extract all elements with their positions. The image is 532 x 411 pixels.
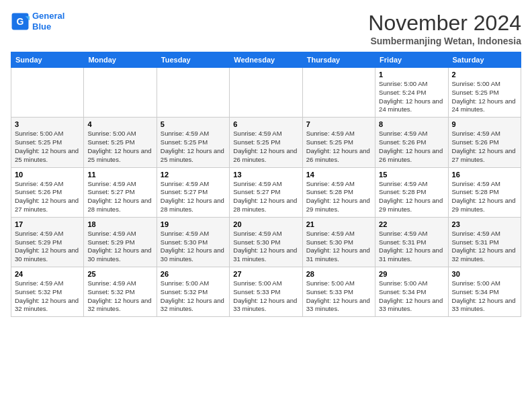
day-number: 8: [379, 120, 444, 128]
day-info: Sunrise: 4:59 AM Sunset: 5:27 PM Dayligh…: [161, 180, 226, 214]
day-header-tuesday: Tuesday: [157, 52, 229, 68]
calendar-cell: 11Sunrise: 4:59 AM Sunset: 5:27 PM Dayli…: [84, 167, 157, 217]
day-number: 1: [379, 71, 444, 79]
day-info: Sunrise: 4:59 AM Sunset: 5:32 PM Dayligh…: [15, 279, 80, 314]
day-info: Sunrise: 5:00 AM Sunset: 5:25 PM Dayligh…: [452, 80, 517, 114]
day-info: Sunrise: 5:00 AM Sunset: 5:34 PM Dayligh…: [379, 279, 444, 314]
calendar-week-1: 1Sunrise: 5:00 AM Sunset: 5:24 PM Daylig…: [11, 68, 521, 118]
day-info: Sunrise: 4:59 AM Sunset: 5:32 PM Dayligh…: [87, 279, 152, 314]
logo-text: General Blue: [32, 11, 64, 32]
day-info: Sunrise: 5:00 AM Sunset: 5:33 PM Dayligh…: [306, 279, 371, 314]
logo-line2: Blue: [32, 21, 51, 32]
logo-icon: G: [11, 12, 30, 31]
calendar-cell: 3Sunrise: 5:00 AM Sunset: 5:25 PM Daylig…: [11, 118, 84, 167]
day-info: Sunrise: 4:59 AM Sunset: 5:28 PM Dayligh…: [452, 180, 517, 214]
calendar-cell: 21Sunrise: 4:59 AM Sunset: 5:30 PM Dayli…: [302, 217, 375, 267]
calendar-cell: 27Sunrise: 5:00 AM Sunset: 5:33 PM Dayli…: [230, 267, 302, 317]
calendar-cell: 26Sunrise: 5:00 AM Sunset: 5:32 PM Dayli…: [157, 267, 229, 317]
calendar-week-2: 3Sunrise: 5:00 AM Sunset: 5:25 PM Daylig…: [11, 118, 521, 167]
day-info: Sunrise: 4:59 AM Sunset: 5:25 PM Dayligh…: [161, 130, 226, 164]
day-info: Sunrise: 5:00 AM Sunset: 5:24 PM Dayligh…: [379, 80, 444, 114]
page-header: G General Blue November 2024 Sumbermanji…: [11, 11, 521, 46]
calendar-cell: 14Sunrise: 4:59 AM Sunset: 5:28 PM Dayli…: [302, 167, 375, 217]
day-info: Sunrise: 4:59 AM Sunset: 5:26 PM Dayligh…: [452, 130, 517, 164]
day-info: Sunrise: 4:59 AM Sunset: 5:30 PM Dayligh…: [306, 230, 371, 264]
day-number: 28: [306, 270, 371, 278]
day-info: Sunrise: 4:59 AM Sunset: 5:26 PM Dayligh…: [379, 130, 444, 164]
logo: G General Blue: [11, 11, 64, 32]
calendar-header-row: SundayMondayTuesdayWednesdayThursdayFrid…: [11, 52, 521, 68]
day-number: 14: [306, 171, 371, 179]
calendar-week-4: 17Sunrise: 4:59 AM Sunset: 5:29 PM Dayli…: [11, 217, 521, 267]
calendar-cell: 5Sunrise: 4:59 AM Sunset: 5:25 PM Daylig…: [157, 118, 229, 167]
calendar-cell: 22Sunrise: 4:59 AM Sunset: 5:31 PM Dayli…: [375, 217, 448, 267]
calendar-cell: [84, 68, 157, 118]
day-number: 12: [161, 171, 226, 179]
day-number: 22: [379, 220, 444, 228]
day-number: 24: [15, 270, 80, 278]
calendar-cell: 15Sunrise: 4:59 AM Sunset: 5:28 PM Dayli…: [375, 167, 448, 217]
location: Sumbermanjing Wetan, Indonesia: [368, 36, 521, 46]
month-title: November 2024: [368, 11, 521, 36]
calendar-week-5: 24Sunrise: 4:59 AM Sunset: 5:32 PM Dayli…: [11, 267, 521, 317]
day-info: Sunrise: 4:59 AM Sunset: 5:27 PM Dayligh…: [87, 180, 152, 214]
day-number: 19: [161, 220, 226, 228]
day-info: Sunrise: 4:59 AM Sunset: 5:29 PM Dayligh…: [87, 230, 152, 264]
calendar-cell: [230, 68, 302, 118]
calendar-cell: 19Sunrise: 4:59 AM Sunset: 5:30 PM Dayli…: [157, 217, 229, 267]
day-info: Sunrise: 4:59 AM Sunset: 5:26 PM Dayligh…: [15, 180, 80, 214]
calendar-cell: 12Sunrise: 4:59 AM Sunset: 5:27 PM Dayli…: [157, 167, 229, 217]
day-number: 6: [233, 120, 298, 128]
day-info: Sunrise: 5:00 AM Sunset: 5:25 PM Dayligh…: [87, 130, 152, 164]
calendar-cell: 7Sunrise: 4:59 AM Sunset: 5:25 PM Daylig…: [302, 118, 375, 167]
calendar-cell: 16Sunrise: 4:59 AM Sunset: 5:28 PM Dayli…: [448, 167, 521, 217]
day-number: 27: [233, 270, 298, 278]
day-number: 16: [452, 171, 517, 179]
day-info: Sunrise: 4:59 AM Sunset: 5:29 PM Dayligh…: [15, 230, 80, 264]
day-header-thursday: Thursday: [302, 52, 375, 68]
calendar-cell: 8Sunrise: 4:59 AM Sunset: 5:26 PM Daylig…: [375, 118, 448, 167]
logo-line1: General: [32, 11, 64, 21]
day-header-wednesday: Wednesday: [230, 52, 302, 68]
day-number: 20: [233, 220, 298, 228]
day-info: Sunrise: 5:00 AM Sunset: 5:25 PM Dayligh…: [15, 130, 80, 164]
day-number: 13: [233, 171, 298, 179]
calendar-cell: 29Sunrise: 5:00 AM Sunset: 5:34 PM Dayli…: [375, 267, 448, 317]
day-number: 10: [15, 171, 80, 179]
calendar-table: SundayMondayTuesdayWednesdayThursdayFrid…: [11, 52, 521, 317]
calendar-cell: 23Sunrise: 4:59 AM Sunset: 5:31 PM Dayli…: [448, 217, 521, 267]
day-number: 30: [452, 270, 517, 278]
day-number: 29: [379, 270, 444, 278]
day-number: 11: [87, 171, 152, 179]
day-number: 18: [87, 220, 152, 228]
calendar-cell: 18Sunrise: 4:59 AM Sunset: 5:29 PM Dayli…: [84, 217, 157, 267]
calendar-cell: 17Sunrise: 4:59 AM Sunset: 5:29 PM Dayli…: [11, 217, 84, 267]
day-info: Sunrise: 4:59 AM Sunset: 5:25 PM Dayligh…: [306, 130, 371, 164]
day-number: 25: [87, 270, 152, 278]
calendar-cell: 28Sunrise: 5:00 AM Sunset: 5:33 PM Dayli…: [302, 267, 375, 317]
calendar-week-3: 10Sunrise: 4:59 AM Sunset: 5:26 PM Dayli…: [11, 167, 521, 217]
day-number: 17: [15, 220, 80, 228]
day-number: 7: [306, 120, 371, 128]
calendar-cell: [157, 68, 229, 118]
calendar-cell: 4Sunrise: 5:00 AM Sunset: 5:25 PM Daylig…: [84, 118, 157, 167]
svg-text:G: G: [17, 15, 24, 26]
calendar-cell: 2Sunrise: 5:00 AM Sunset: 5:25 PM Daylig…: [448, 68, 521, 118]
day-header-friday: Friday: [375, 52, 448, 68]
day-info: Sunrise: 4:59 AM Sunset: 5:30 PM Dayligh…: [233, 230, 298, 264]
calendar-cell: 1Sunrise: 5:00 AM Sunset: 5:24 PM Daylig…: [375, 68, 448, 118]
calendar-cell: [302, 68, 375, 118]
day-info: Sunrise: 4:59 AM Sunset: 5:30 PM Dayligh…: [161, 230, 226, 264]
calendar-cell: 9Sunrise: 4:59 AM Sunset: 5:26 PM Daylig…: [448, 118, 521, 167]
day-number: 23: [452, 220, 517, 228]
day-info: Sunrise: 4:59 AM Sunset: 5:31 PM Dayligh…: [379, 230, 444, 264]
day-header-sunday: Sunday: [11, 52, 84, 68]
day-number: 4: [87, 120, 152, 128]
calendar-cell: 25Sunrise: 4:59 AM Sunset: 5:32 PM Dayli…: [84, 267, 157, 317]
day-number: 5: [161, 120, 226, 128]
day-number: 2: [452, 71, 517, 79]
calendar-cell: 24Sunrise: 4:59 AM Sunset: 5:32 PM Dayli…: [11, 267, 84, 317]
calendar-cell: 30Sunrise: 5:00 AM Sunset: 5:34 PM Dayli…: [448, 267, 521, 317]
day-number: 15: [379, 171, 444, 179]
day-info: Sunrise: 4:59 AM Sunset: 5:27 PM Dayligh…: [233, 180, 298, 214]
